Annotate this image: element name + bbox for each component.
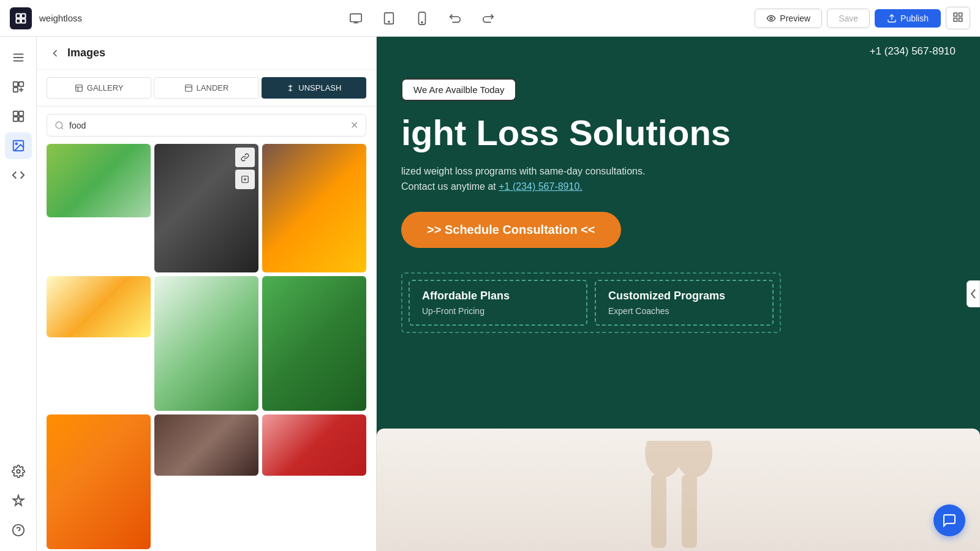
- topbar-center: [97, 8, 747, 29]
- feature-card-customized: Customized Programs Expert Coaches: [595, 280, 774, 326]
- sidebar-item-settings[interactable]: [5, 458, 32, 485]
- svg-line-36: [61, 127, 63, 129]
- svg-point-10: [421, 21, 423, 23]
- svg-rect-0: [17, 13, 21, 18]
- sidebar-item-code[interactable]: [5, 162, 32, 189]
- sidebar-item-images[interactable]: [5, 132, 32, 159]
- sidebar-item-add[interactable]: [5, 103, 32, 130]
- grid-view-button[interactable]: [946, 7, 970, 29]
- site-bottom-section: [377, 429, 980, 551]
- svg-rect-21: [18, 82, 23, 86]
- svg-rect-13: [954, 13, 957, 16]
- cta-button[interactable]: >> Schedule Consultation <<: [401, 212, 621, 248]
- features-row: Affordable Plans Up-Front Pricing Custom…: [401, 272, 781, 333]
- svg-point-11: [770, 17, 772, 20]
- search-icon: [55, 121, 64, 130]
- site-preview: +1 (234) 567-8910 We Are Availble Today …: [377, 37, 980, 551]
- svg-rect-33: [185, 84, 192, 91]
- tab-lander[interactable]: LANDER: [154, 77, 258, 99]
- preview-button[interactable]: Preview: [755, 9, 822, 28]
- svg-rect-32: [76, 84, 83, 91]
- back-button[interactable]: [49, 47, 61, 59]
- svg-rect-26: [18, 117, 23, 121]
- image-item[interactable]: [262, 414, 366, 476]
- image-item[interactable]: [154, 276, 258, 411]
- sidebar-item-components[interactable]: [5, 73, 32, 100]
- panel-title: Images: [67, 47, 105, 59]
- collapse-panel-button[interactable]: [967, 280, 980, 307]
- svg-rect-1: [21, 13, 26, 18]
- svg-rect-16: [959, 18, 962, 21]
- site-phone-link[interactable]: +1 (234) 567-8910.: [499, 181, 582, 192]
- images-panel: Images GALLERY LANDER UNSPLASH ✕: [37, 37, 377, 551]
- sidebar: [0, 37, 37, 551]
- svg-rect-15: [954, 18, 957, 21]
- main-area: Images GALLERY LANDER UNSPLASH ✕: [0, 37, 980, 551]
- svg-point-28: [15, 143, 17, 144]
- site-hero: We Are Availble Today ight Loss Solution…: [377, 66, 980, 351]
- site-phone: +1 (234) 567-8910: [870, 45, 956, 58]
- tab-gallery[interactable]: GALLERY: [47, 77, 151, 99]
- svg-rect-43: [682, 474, 697, 548]
- tab-bar: GALLERY LANDER UNSPLASH: [37, 70, 376, 107]
- site-headline: ight Loss Solutions: [401, 113, 956, 152]
- sidebar-item-menu[interactable]: [5, 44, 32, 71]
- svg-point-8: [388, 21, 390, 22]
- image-item[interactable]: [262, 276, 366, 411]
- image-link-button[interactable]: [235, 148, 255, 167]
- mobile-view-button[interactable]: [410, 8, 434, 29]
- svg-rect-4: [350, 13, 361, 21]
- svg-rect-3: [21, 18, 26, 23]
- svg-rect-14: [959, 13, 962, 16]
- image-item[interactable]: [154, 414, 258, 476]
- chat-bubble-button[interactable]: [933, 504, 965, 536]
- undo-button[interactable]: [443, 8, 467, 29]
- sidebar-item-ai[interactable]: [5, 487, 32, 514]
- svg-point-29: [17, 470, 20, 473]
- panel-header: Images: [37, 37, 376, 70]
- feature-title: Affordable Plans: [422, 290, 574, 302]
- image-item[interactable]: [47, 276, 151, 337]
- feature-subtitle: Expert Coaches: [608, 306, 760, 316]
- search-bar: ✕: [47, 114, 366, 137]
- svg-rect-22: [13, 88, 17, 92]
- desktop-view-button[interactable]: [344, 8, 368, 29]
- svg-rect-20: [13, 82, 17, 86]
- publish-button[interactable]: Publish: [875, 9, 941, 28]
- svg-point-35: [56, 122, 62, 129]
- logo: [10, 7, 32, 29]
- image-item[interactable]: [47, 144, 151, 217]
- site-badge: We Are Availble Today: [401, 78, 516, 101]
- project-name: weightloss: [39, 13, 82, 23]
- search-clear-button[interactable]: ✕: [350, 119, 358, 131]
- svg-rect-25: [13, 117, 17, 121]
- tab-unsplash[interactable]: UNSPLASH: [262, 77, 366, 99]
- bottom-image-svg: [617, 441, 740, 551]
- topbar: weightloss Preview Save Publish: [0, 0, 980, 37]
- topbar-right: Preview Save Publish: [755, 7, 970, 29]
- svg-rect-24: [18, 111, 23, 116]
- redo-button[interactable]: [477, 8, 500, 29]
- svg-point-41: [676, 441, 712, 478]
- site-header: +1 (234) 567-8910: [377, 37, 980, 66]
- site-subtext: lized weight loss programs with same-day…: [401, 163, 756, 195]
- image-item[interactable]: [262, 144, 366, 272]
- sidebar-item-help[interactable]: [5, 517, 32, 544]
- bottom-image: [377, 429, 980, 551]
- canvas-area: +1 (234) 567-8910 We Are Availble Today …: [377, 37, 980, 551]
- feature-card-affordable: Affordable Plans Up-Front Pricing: [409, 280, 587, 326]
- svg-rect-42: [651, 474, 666, 548]
- save-button[interactable]: Save: [827, 9, 870, 28]
- svg-rect-2: [17, 18, 21, 23]
- image-add-button[interactable]: [235, 170, 255, 189]
- image-grid: [37, 144, 376, 551]
- feature-subtitle: Up-Front Pricing: [422, 306, 574, 316]
- feature-title: Customized Programs: [608, 290, 760, 302]
- image-item[interactable]: [154, 144, 258, 272]
- search-input[interactable]: [69, 121, 345, 130]
- svg-rect-23: [13, 111, 17, 116]
- image-item[interactable]: [47, 414, 151, 549]
- tablet-view-button[interactable]: [377, 8, 401, 29]
